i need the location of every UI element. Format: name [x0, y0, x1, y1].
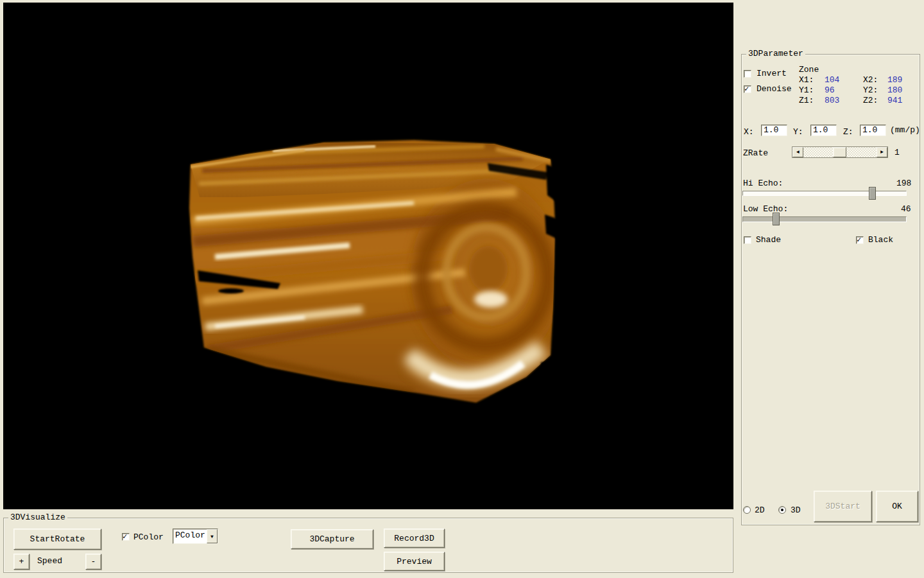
pcolor-checkbox[interactable]	[122, 533, 130, 541]
zrate-scroll-track[interactable]	[803, 147, 877, 157]
arrow-right-icon: ►	[880, 150, 884, 155]
voxel-y-input[interactable]: 1.0	[810, 125, 837, 136]
shade-label: Shade	[756, 235, 781, 245]
denoise-label: Denoise	[757, 84, 792, 94]
start-rotate-button[interactable]: StartRotate	[13, 529, 101, 550]
voxel-x-input[interactable]: 1.0	[761, 125, 787, 136]
zrate-value: 1	[894, 148, 900, 157]
zone-z1-label: Z1:	[799, 96, 814, 105]
ok-button[interactable]: OK	[876, 491, 918, 522]
low-echo-value: 46	[901, 204, 911, 214]
group-3dparameter-title: 3DParameter	[746, 49, 805, 58]
pcolor-dropdown[interactable]: PColor ▼	[173, 529, 218, 544]
mode-3d-label: 3D	[791, 505, 801, 515]
voxel-z-label: Z:	[843, 127, 853, 137]
hi-echo-value: 198	[896, 179, 911, 188]
record3d-button[interactable]: Record3D	[384, 529, 445, 548]
black-label: Black	[868, 235, 893, 245]
speed-label: Speed	[37, 556, 62, 566]
3dstart-button[interactable]: 3DStart	[814, 491, 872, 522]
low-echo-slider-track[interactable]	[742, 216, 907, 222]
zone-z2-label: Z2:	[863, 96, 878, 105]
black-checkbox[interactable]	[856, 236, 864, 244]
dropdown-arrow-icon: ▼	[210, 534, 214, 539]
voxel-z-input[interactable]: 1.0	[860, 125, 886, 136]
preview-button[interactable]: Preview	[384, 552, 445, 571]
zone-y1-value: 96	[825, 85, 835, 95]
zrate-scroll-right-button[interactable]: ►	[877, 147, 887, 157]
mode-2d-radio[interactable]	[743, 506, 751, 514]
invert-checkbox[interactable]	[744, 70, 751, 78]
voxel-x-label: X:	[744, 127, 754, 137]
zone-y2-value: 180	[887, 85, 902, 95]
volume-render-3d	[3, 3, 733, 509]
zone-y2-label: Y2:	[863, 85, 878, 95]
invert-label: Invert	[757, 69, 787, 78]
hi-echo-slider-thumb[interactable]	[869, 187, 876, 200]
mode-2d-label: 2D	[755, 505, 765, 515]
zrate-scrollbar[interactable]: ◄ ►	[792, 146, 888, 158]
zone-z2-value: 941	[887, 96, 902, 105]
group-3dparameter: 3DParameter Invert Denoise Zone X1: 104 …	[741, 54, 920, 525]
speed-plus-button[interactable]: +	[13, 554, 30, 570]
pcolor-dropdown-value: PColor	[173, 529, 207, 543]
low-echo-label: Low Echo:	[743, 204, 788, 214]
zone-z1-value: 803	[825, 96, 839, 105]
group-3dvisualize-title: 3DVisualize	[8, 512, 67, 522]
pcolor-dropdown-button[interactable]: ▼	[207, 529, 218, 543]
group-3dvisualize: 3DVisualize StartRotate + Speed - PColor…	[3, 518, 733, 573]
shade-checkbox[interactable]	[744, 236, 751, 244]
mode-3d-radio[interactable]	[778, 506, 786, 514]
zone-x1-value: 104	[825, 75, 839, 85]
render-viewport[interactable]	[3, 3, 733, 509]
voxel-y-label: Y:	[793, 127, 803, 137]
low-echo-slider-thumb[interactable]	[773, 213, 780, 225]
arrow-left-icon: ◄	[796, 150, 800, 155]
zone-x1-label: X1:	[799, 75, 814, 85]
hi-echo-slider-track[interactable]	[742, 191, 907, 196]
speed-minus-button[interactable]: -	[85, 554, 101, 570]
hi-echo-label: Hi Echo:	[743, 179, 783, 188]
zrate-label: ZRate	[743, 148, 768, 158]
3dcapture-button[interactable]: 3DCapture	[291, 529, 373, 549]
zone-title: Zone	[799, 65, 819, 74]
pcolor-label: PColor	[133, 532, 164, 542]
zone-x2-value: 189	[887, 75, 902, 85]
zrate-scroll-thumb[interactable]	[833, 147, 846, 157]
application-window: 3DParameter Invert Denoise Zone X1: 104 …	[0, 0, 924, 578]
voxel-unit-label: (mm/p)	[890, 125, 920, 135]
zrate-scroll-left-button[interactable]: ◄	[792, 147, 803, 157]
zone-y1-label: Y1:	[799, 85, 814, 95]
denoise-checkbox[interactable]	[744, 85, 751, 93]
zone-x2-label: X2:	[863, 75, 878, 85]
